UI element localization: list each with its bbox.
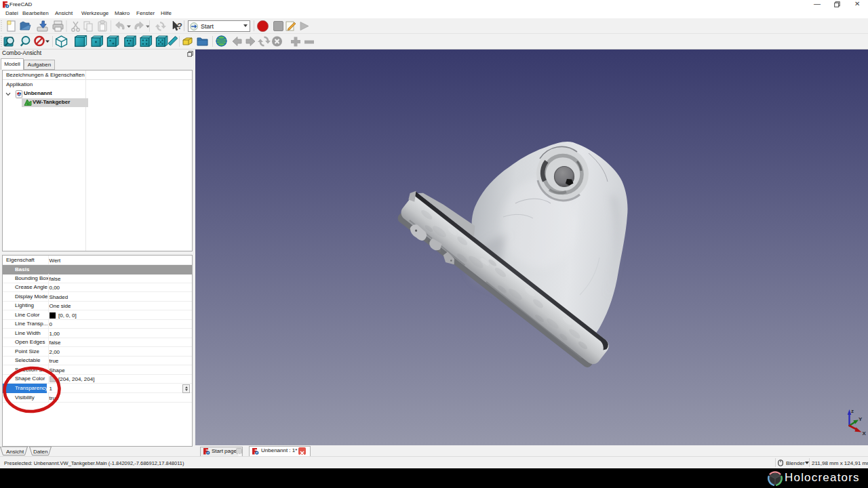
svg-text:Ansicht: Ansicht [6,449,24,455]
svg-text:z: z [851,408,854,414]
svg-text:X: X [863,430,867,436]
svg-text:Y: Y [859,416,863,422]
svg-text:?: ? [177,21,182,31]
svg-text:Daten: Daten [33,449,47,455]
